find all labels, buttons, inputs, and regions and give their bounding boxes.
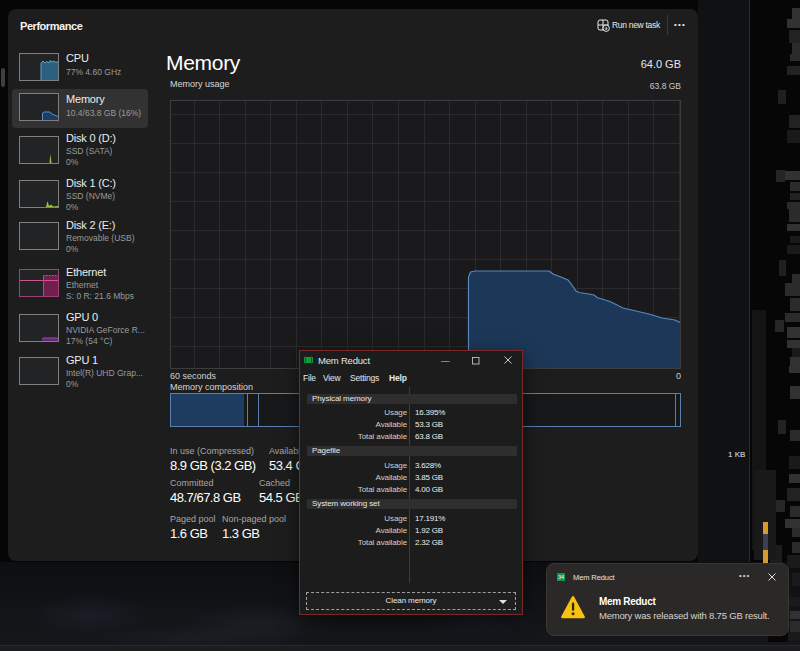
svg-text:34: 34 xyxy=(558,574,564,580)
